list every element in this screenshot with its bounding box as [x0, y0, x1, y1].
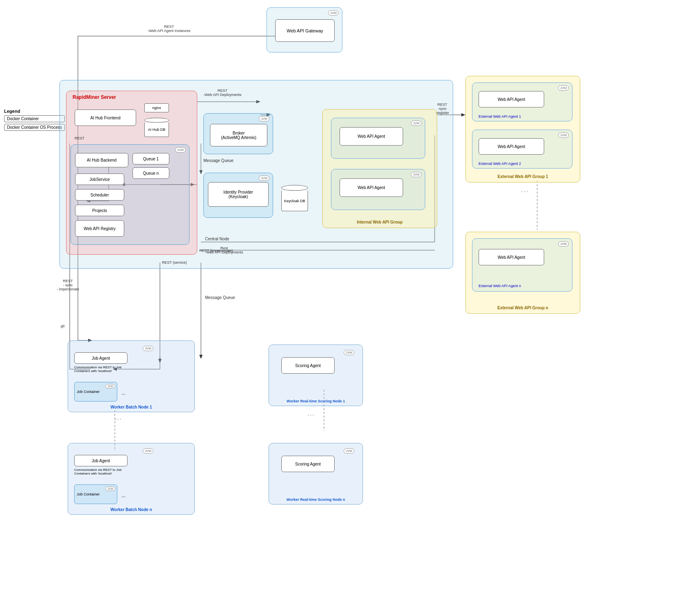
jvm-badge-idp: JVM	[259, 176, 269, 181]
worker-batch-nodeN-container: Worker Batch Node n JVM Job Agent Commun…	[68, 443, 195, 515]
web-api-registry-node: Web API Registry	[75, 220, 124, 237]
jvm-badge-agent1: JVM	[411, 121, 422, 126]
projects-node: Projects	[75, 205, 124, 216]
web-api-agent1-inner-container: JVM Web API Agent	[331, 118, 425, 159]
jvm-badge-gateway: JVM	[328, 10, 339, 16]
keycloak-db-label: Keycloak DB	[281, 191, 308, 211]
ai-hub-backend-node: AI Hub Backend	[75, 153, 128, 167]
queueN-node: Queue n	[132, 167, 169, 179]
web-api-agent2-inner-node: Web API Agent	[340, 178, 403, 197]
message-queue-label: Message Queue	[203, 158, 233, 163]
jvm-badge-ext2: JVM	[558, 132, 569, 138]
git-label: git	[61, 324, 65, 328]
legend-docker-os-process: Docker Container OS Process	[4, 124, 65, 131]
ext-agent2-container: JVM Web API Agent External Web API Agent…	[472, 130, 572, 169]
worker-scoring-nodeN-label: Worker Real-time Scoring Node n	[287, 498, 345, 502]
jvm-badge-agent2: JVM	[411, 172, 422, 177]
jvm-badge-scoringN: JVM	[344, 448, 354, 454]
identity-provider-container: JVM Identity Provider (Keycloak)	[203, 173, 273, 218]
jvm-badge-jcN: JVM	[105, 486, 115, 491]
job-containerN-label: Job Container	[77, 492, 100, 496]
legend: Legend Docker Container Docker Container…	[4, 109, 65, 132]
scheduler-node: Scheduler	[75, 189, 124, 201]
internal-web-api-group: Internal Web API Group JVM Web API Agent…	[322, 109, 437, 228]
svg-marker-30	[199, 355, 203, 359]
queue1-node: Queue 1	[132, 153, 169, 164]
job-container-dotsN: ...	[121, 493, 125, 498]
external-group1-container: External Web API Group 1 JVM Web API Age…	[465, 76, 580, 183]
ai-hub-db-label: AI Hub DB	[144, 123, 169, 137]
rapidminer-server-container: RapidMiner Server nginx AI Hub Frontend …	[66, 91, 197, 255]
ai-hub-db: AI Hub DB	[144, 118, 169, 137]
jvm-badge-extN: JVM	[558, 241, 569, 247]
jvm-badge-ext1: JVM	[558, 85, 569, 91]
jvm-badge-broker: JVM	[259, 116, 269, 121]
svg-marker-34	[461, 113, 465, 116]
diagram-container: Legend Docker Container Docker Container…	[0, 0, 700, 589]
job-container1-label: Job Container	[77, 390, 100, 394]
internal-group-label: Internal Web API Group	[357, 220, 403, 224]
worker-scoring-node1-container: Worker Real-time Scoring Node 1 JVM Scor…	[269, 345, 363, 406]
ext-agent2-node: Web API Agent	[479, 138, 544, 155]
external-groupN-label: External Web API Group n	[497, 306, 548, 310]
broker-container: JVM Broker (ActiveMQ Artemis)	[203, 113, 273, 154]
worker-batch-node1-container: Worker Batch Node 1 JVM Job Agent Commun…	[68, 340, 195, 412]
ext-agent1-container: JVM Web API Agent External Web API Agent…	[472, 82, 572, 121]
web-api-agent1-inner-node: Web API Agent	[340, 127, 403, 146]
web-api-gateway-node: Web API Gateway	[275, 19, 335, 42]
ai-hub-frontend-node: AI Hub Frontend	[75, 110, 136, 126]
broker-node: Broker (ActiveMQ Artemis)	[210, 124, 267, 146]
job-containerN-wrapper: JVM Job Container	[74, 484, 117, 504]
worker-batch-nodeN-label: Worker Batch Node n	[110, 507, 152, 512]
batch-node-dots: ...	[115, 414, 122, 421]
web-api-gateway-container: JVM Web API Gateway	[267, 7, 342, 53]
main-blue-container: RapidMiner Server nginx AI Hub Frontend …	[59, 80, 453, 269]
job-agentN-node: Job Agent	[74, 455, 128, 466]
rest-label-inner: REST	[75, 136, 84, 140]
identity-provider-node: Identity Provider (Keycloak)	[208, 182, 269, 207]
nginx-node: nginx	[144, 103, 169, 112]
ext-agent1-node: Web API Agent	[479, 91, 544, 107]
job-container1-wrapper: JVM Job Container	[74, 382, 117, 402]
rest-sync-register-label: REST -sync -register	[436, 103, 449, 115]
rest-deployments-bottom-label: Rest -Web API Deployments	[205, 246, 243, 254]
scoring-agentN-node: Scoring Agent	[281, 456, 335, 472]
ext-agentN-container: JVM Web API Agent External Web API Agent…	[472, 238, 572, 292]
external-group1-label: External Web API Group 1	[497, 174, 548, 179]
ext-agentN-label: External Web API Agent n	[479, 284, 521, 288]
job-agentN-desc: Communication via REST to Job Containers…	[74, 468, 128, 475]
jvm-badge-scoring1: JVM	[344, 350, 354, 355]
rest-sync-label: REST - sync - impersonate	[57, 279, 79, 291]
job-container-dots1: ...	[121, 390, 125, 396]
ai-hub-backend-container: JVM AI Hub Backend Queue 1 Queue n JobSe…	[71, 144, 189, 245]
rest-deployments-top-label: REST -Web API Deployments	[203, 89, 242, 97]
jvm-badge-jc1: JVM	[105, 384, 115, 388]
jvm-badge-backend: JVM	[175, 147, 186, 153]
keycloak-db: Keycloak DB	[281, 185, 308, 211]
external-groupN-container: External Web API Group n JVM Web API Age…	[465, 232, 580, 314]
worker-scoring-nodeN-container: Worker Real-time Scoring Node n JVM Scor…	[269, 443, 363, 505]
worker-scoring-node1-label: Worker Real-time Scoring Node 1	[287, 399, 345, 403]
message-queue-bottom-label: Message Queue	[205, 295, 235, 300]
job-service-node: JobService	[75, 174, 124, 185]
scoring-node-dots: ...	[308, 410, 315, 417]
ext-agentN-node: Web API Agent	[479, 249, 544, 265]
ext-agent1-label: External Web API Agent 1	[479, 114, 521, 119]
central-node-label: Central Node	[205, 237, 229, 241]
rest-service-label: REST (service)	[162, 260, 187, 265]
jvm-badge-job-agentN: JVM	[143, 448, 153, 454]
scoring-agent1-node: Scoring Agent	[281, 357, 335, 374]
legend-title: Legend	[4, 109, 65, 114]
legend-docker-container: Docker Container	[4, 115, 65, 122]
worker-batch-node1-label: Worker Batch Node 1	[111, 405, 152, 409]
rest-webapi-label: REST -Web API Agent Instances	[148, 25, 190, 33]
ext-agent2-label: External Web API Agent 2	[479, 162, 521, 166]
web-api-agent2-inner-container: JVM Web API Agent	[331, 169, 425, 210]
rapidminer-server-label: RapidMiner Server	[73, 94, 116, 100]
jvm-badge-job-agent1: JVM	[143, 346, 153, 351]
job-agent1-desc: Communication via REST to Job Containers…	[74, 365, 128, 373]
dots-separator-1: ...	[521, 187, 529, 193]
job-agent1-node: Job Agent	[74, 352, 128, 364]
